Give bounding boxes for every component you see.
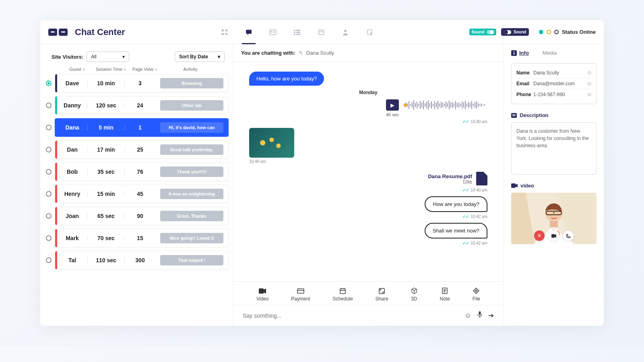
col-pageview[interactable]: Page View⇅ xyxy=(130,67,160,72)
visitor-radio[interactable] xyxy=(46,103,52,108)
visitor-row: Danny 120 sec 24 Other tab xyxy=(44,96,229,115)
emoji-icon[interactable]: ☺ xyxy=(464,312,471,320)
sound-toggle-off[interactable]: Sound xyxy=(501,28,529,36)
col-guest[interactable]: Guest⇅ xyxy=(62,67,93,72)
visitor-radio[interactable] xyxy=(46,257,52,263)
status-dot-online-icon[interactable] xyxy=(539,30,543,34)
copy-icon[interactable]: ⧉ xyxy=(588,81,591,86)
filter-row: Site Visitors: All▾ Sort By Date▾ xyxy=(44,50,229,67)
svg-rect-95 xyxy=(511,183,516,188)
status-dot-away-icon[interactable] xyxy=(547,30,551,34)
visitor-card[interactable]: Bob 35 sec 76 Thank you!!!!! xyxy=(55,162,229,181)
value-name: Dana Scully xyxy=(533,70,588,76)
nav-note-icon[interactable] xyxy=(364,27,375,37)
toggle-video-button[interactable] xyxy=(549,230,559,241)
message-input[interactable] xyxy=(243,313,459,319)
nav-chat-icon[interactable] xyxy=(244,27,254,37)
3d-icon xyxy=(411,287,417,294)
info-tabs: Info Media xyxy=(511,50,597,56)
chat-action-schedule[interactable]: Schedule xyxy=(333,287,353,302)
visitor-card[interactable]: Mark 70 sec 15 Nice going!! Loved it xyxy=(55,229,229,247)
visitor-card[interactable]: Joan 65 sec 90 Great. Thanks xyxy=(55,207,229,225)
message-bubble: Shall we meet now? xyxy=(425,223,487,239)
label-email: Email xyxy=(516,81,533,86)
visitor-guest: Joan xyxy=(57,213,88,219)
svg-rect-4 xyxy=(246,30,252,34)
message-timestamp: ✓✓10:40 am xyxy=(249,188,487,192)
sort-arrows-icon: ⇅ xyxy=(124,68,126,72)
edit-icon[interactable]: ✎ xyxy=(299,50,303,56)
visitors-panel: Site Visitors: All▾ Sort By Date▾ Guest⇅… xyxy=(40,44,233,326)
visitor-radio[interactable] xyxy=(46,80,52,86)
visitor-card[interactable]: Dana 5 min 1 Hi, it's david, how can xyxy=(55,118,229,137)
app-logo xyxy=(48,29,68,36)
nav-list-icon[interactable] xyxy=(292,27,302,37)
chat-body: Hello, how are you today? Monday ▶ 45 se… xyxy=(233,62,504,281)
sort-select[interactable]: Sort By Date▾ xyxy=(175,51,225,62)
nav-card-icon[interactable] xyxy=(268,27,278,37)
play-audio-button[interactable]: ▶ xyxy=(386,99,399,111)
toggle-audio-button[interactable] xyxy=(563,230,574,241)
visitors-filter-label: Site Visitors: xyxy=(52,54,83,60)
visitor-card[interactable]: Tal 110 sec 300 That helped ! xyxy=(55,251,229,269)
chat-contact-name: Dana Scully xyxy=(306,50,334,56)
tab-info[interactable]: Info xyxy=(511,50,529,56)
send-icon[interactable]: ➔ xyxy=(488,311,494,320)
nav-calendar-icon[interactable] xyxy=(316,27,326,37)
info-icon xyxy=(511,50,517,56)
visitor-activity: Great. Thanks xyxy=(160,211,223,221)
svg-rect-74 xyxy=(297,289,304,293)
visitor-radio[interactable] xyxy=(46,191,52,197)
tab-media[interactable]: Media xyxy=(543,50,557,56)
visitor-card[interactable]: Dave 10 min 3 Browsing xyxy=(55,74,229,93)
svg-rect-73 xyxy=(259,288,264,294)
visitor-pageview: 15 xyxy=(125,235,155,241)
visitor-radio[interactable] xyxy=(46,213,52,219)
copy-icon[interactable]: ⧉ xyxy=(588,70,591,76)
image-attachment[interactable] xyxy=(249,128,294,158)
sound-toggle-on[interactable]: Sound xyxy=(469,29,496,35)
svg-rect-14 xyxy=(296,34,300,35)
chat-action-share[interactable]: Share xyxy=(376,287,388,302)
visitor-radio[interactable] xyxy=(46,169,52,175)
contact-card: NameDana Scully⧉ EmailDana@molder.com⧉ P… xyxy=(511,63,597,104)
col-session[interactable]: Session Time⇅ xyxy=(93,67,130,72)
topbar-right: Sound Sound Status Online xyxy=(469,28,596,36)
visitor-card[interactable]: Danny 120 sec 24 Other tab xyxy=(55,96,229,115)
sound-on-label: Sound xyxy=(472,30,484,34)
svg-rect-87 xyxy=(479,311,481,315)
svg-rect-93 xyxy=(512,114,516,115)
visitor-pageview: 45 xyxy=(125,191,155,197)
visitor-radio[interactable] xyxy=(46,235,52,241)
chat-action-3d[interactable]: 3D xyxy=(411,287,417,302)
visitor-activity: Nice going!! Loved it xyxy=(160,233,223,243)
file-attachment[interactable]: Dana Resume.pdf 12kb xyxy=(428,172,487,185)
svg-point-6 xyxy=(271,31,272,32)
visitors-filter-select[interactable]: All▾ xyxy=(87,51,129,62)
visitor-card[interactable]: Henry 15 min 45 It was an enlightening xyxy=(55,185,229,203)
copy-icon[interactable]: ⧉ xyxy=(588,92,591,97)
visitor-radio[interactable] xyxy=(46,147,52,152)
label-phone: Phone xyxy=(516,92,533,97)
mic-icon[interactable] xyxy=(477,311,483,320)
checks-icon: ✓✓ xyxy=(462,119,469,124)
nav-grid-icon[interactable] xyxy=(219,27,230,37)
svg-rect-10 xyxy=(296,30,300,31)
chat-action-video[interactable]: Video xyxy=(256,287,268,302)
svg-rect-0 xyxy=(222,29,224,31)
nav-user-icon[interactable] xyxy=(340,27,351,37)
visitor-radio[interactable] xyxy=(46,125,52,130)
value-phone: 1-234-567-890 xyxy=(533,92,588,97)
status-dot-offline-icon[interactable] xyxy=(554,30,559,34)
note-icon xyxy=(442,287,448,294)
chat-action-note[interactable]: Note xyxy=(440,287,450,302)
end-call-button[interactable]: ✕ xyxy=(534,230,545,241)
visitor-row: Tal 110 sec 300 That helped ! xyxy=(44,251,229,269)
chat-action-payment[interactable]: Payment xyxy=(291,287,310,302)
visitor-session: 5 min xyxy=(88,124,125,131)
visitor-row: Joan 65 sec 90 Great. Thanks xyxy=(44,207,229,225)
chat-action-file[interactable]: File xyxy=(473,287,480,302)
visitor-card[interactable]: Dan 17 min 25 Great talk yesterday. xyxy=(55,140,229,159)
visitor-row: Henry 15 min 45 It was an enlightening xyxy=(44,185,229,203)
visitor-activity: Hi, it's david, how can xyxy=(160,122,223,133)
